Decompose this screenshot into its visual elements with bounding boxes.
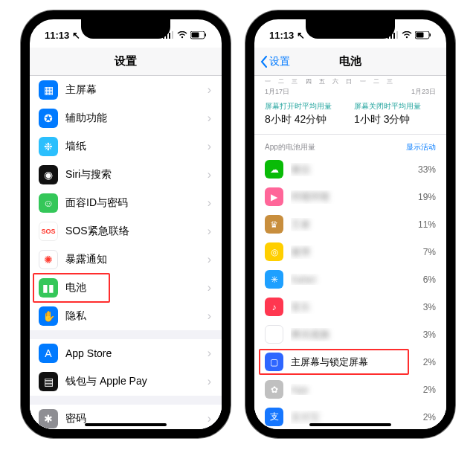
app-usage-row[interactable]: ✳Safari6%: [254, 266, 446, 293]
row-label: 墙纸: [65, 140, 208, 153]
sos-icon: SOS: [39, 222, 58, 241]
app-percent: 2%: [423, 412, 436, 422]
clock: 11:13 ↖: [45, 30, 80, 41]
settings-row-battery[interactable]: ▮▮电池›: [30, 274, 222, 302]
location-icon: ↖: [72, 30, 80, 41]
app-usage-row[interactable]: ♪音乐3%: [254, 293, 446, 321]
home-icon: ▦: [39, 80, 58, 100]
row-label: 钱包与 Apple Pay: [65, 375, 208, 388]
back-label: 设置: [269, 55, 290, 68]
notch: [81, 19, 170, 39]
nav-title: 电池: [339, 54, 361, 68]
show-activity-button[interactable]: 显示活动: [406, 142, 436, 152]
exposure-icon: ✺: [39, 250, 58, 269]
app-usage-row[interactable]: ✿App2%: [254, 376, 446, 403]
appstore-icon: A: [39, 344, 58, 363]
app-name: 支付宝: [291, 411, 423, 424]
app-icon: 支: [265, 408, 283, 426]
row-label: 面容ID与密码: [65, 196, 208, 210]
chevron-right-icon: ›: [208, 281, 211, 295]
app-icon: ☁: [265, 160, 283, 179]
battery-content[interactable]: 一 二 三 四 五 六 日 一 二 三 1月17日 1月23日 屏幕打开时平均用…: [254, 76, 446, 429]
screen-on-usage: 屏幕打开时平均用量 8小时 42分钟: [265, 101, 332, 126]
status-icons: [387, 31, 431, 39]
app-usage-row[interactable]: ▢主屏幕与锁定屏幕2%: [254, 348, 446, 376]
app-percent: 3%: [423, 330, 436, 340]
app-usage-list[interactable]: ☁微信33%▶哔哩哔哩19%♛王者11%◎微博7%✳Safari6%♪音乐3%▶…: [254, 155, 446, 429]
app-icon: ♛: [265, 215, 283, 234]
app-usage-label: App的电池用量: [265, 142, 315, 152]
settings-row-appstore[interactable]: AApp Store›: [30, 339, 222, 367]
app-percent: 6%: [423, 274, 436, 285]
chevron-left-icon: [260, 56, 268, 68]
chevron-right-icon: ›: [208, 140, 211, 153]
nav-title: 设置: [115, 54, 137, 68]
settings-row-home[interactable]: ▦主屏幕›: [30, 76, 222, 104]
battery-icon: ▮▮: [39, 278, 58, 298]
app-icon: ▶: [265, 187, 283, 206]
chevron-right-icon: ›: [208, 196, 211, 210]
row-label: Siri与搜索: [65, 168, 208, 181]
app-usage-row[interactable]: ☁微信33%: [254, 155, 446, 183]
settings-row-wallet[interactable]: ▤钱包与 Apple Pay›: [30, 367, 222, 396]
app-usage-row[interactable]: ♛王者11%: [254, 210, 446, 238]
settings-row-privacy[interactable]: ✋隐私›: [30, 302, 222, 330]
svg-rect-11: [396, 31, 398, 39]
app-icon: ✿: [265, 380, 283, 399]
wallpaper-icon: ❉: [39, 137, 58, 156]
phone-left: 11:13 ↖ 设置 ▦主屏幕›✪辅助功能›❉墙纸›◉Siri与搜索›☺面容ID…: [21, 10, 231, 438]
settings-row-exposure[interactable]: ✺暴露通知›: [30, 245, 222, 274]
usage-summary: 屏幕打开时平均用量 8小时 42分钟 屏幕关闭时平均用量 1小时 3分钟: [254, 97, 446, 135]
chevron-right-icon: ›: [208, 412, 211, 425]
row-label: 主屏幕: [65, 83, 208, 97]
app-icon: ◎: [265, 242, 283, 261]
privacy-icon: ✋: [39, 306, 58, 326]
app-usage-row[interactable]: ▶哔哩哔哩19%: [254, 183, 446, 210]
date-start: 1月17日: [265, 87, 289, 97]
wifi-icon: [177, 31, 187, 39]
app-percent: 3%: [423, 302, 436, 312]
back-button[interactable]: 设置: [260, 55, 290, 68]
battery-icon: [190, 31, 207, 39]
row-label: 辅助功能: [65, 112, 208, 125]
settings-list[interactable]: ▦主屏幕›✪辅助功能›❉墙纸›◉Siri与搜索›☺面容ID与密码›SOSSOS紧…: [30, 76, 222, 429]
app-name: Safari: [291, 274, 423, 285]
faceid-icon: ☺: [39, 193, 58, 213]
passwords-icon: ✱: [39, 409, 58, 428]
settings-row-faceid[interactable]: ☺面容ID与密码›: [30, 189, 222, 217]
app-usage-row[interactable]: ◎微博7%: [254, 238, 446, 266]
chevron-right-icon: ›: [208, 375, 211, 388]
battery-icon: [415, 31, 431, 39]
weekday-row: 一 二 三 四 五 六 日 一 二 三: [254, 76, 446, 86]
row-label: 电池: [65, 281, 208, 295]
app-name: 主屏幕与锁定屏幕: [291, 356, 423, 369]
app-name: 音乐: [291, 300, 423, 314]
screen-off-label: 屏幕关闭时平均用量: [354, 101, 421, 112]
app-name: App: [291, 384, 423, 395]
screen-on-value: 8小时 42分钟: [265, 113, 332, 126]
phone-right: 11:13 ↖ 设置 电池 一 二 三 四 五 六 日 一 二 三 1月17日 …: [245, 10, 455, 438]
settings-row-wallpaper[interactable]: ❉墙纸›: [30, 132, 222, 161]
svg-rect-2: [169, 33, 170, 39]
app-usage-row[interactable]: ▶腾讯视频3%: [254, 321, 446, 348]
home-indicator[interactable]: [309, 423, 391, 426]
home-indicator[interactable]: [85, 423, 167, 426]
settings-row-siri[interactable]: ◉Siri与搜索›: [30, 161, 222, 189]
svg-rect-14: [416, 32, 424, 37]
app-name: 腾讯视频: [291, 328, 423, 341]
accessibility-icon: ✪: [39, 109, 58, 128]
wallet-icon: ▤: [39, 372, 58, 391]
screen-on-label: 屏幕打开时平均用量: [265, 101, 332, 112]
svg-rect-6: [192, 32, 199, 37]
app-name: 微信: [291, 163, 418, 176]
chevron-right-icon: ›: [208, 309, 211, 323]
app-percent: 19%: [418, 192, 436, 202]
app-percent: 7%: [423, 247, 436, 257]
settings-row-sos[interactable]: SOSSOS紧急联络›: [30, 217, 222, 245]
svg-rect-10: [393, 33, 395, 39]
location-icon: ↖: [297, 30, 305, 41]
siri-icon: ◉: [39, 165, 58, 184]
svg-point-12: [406, 36, 408, 38]
date-range: 1月17日 1月23日: [254, 86, 446, 97]
settings-row-accessibility[interactable]: ✪辅助功能›: [30, 104, 222, 132]
